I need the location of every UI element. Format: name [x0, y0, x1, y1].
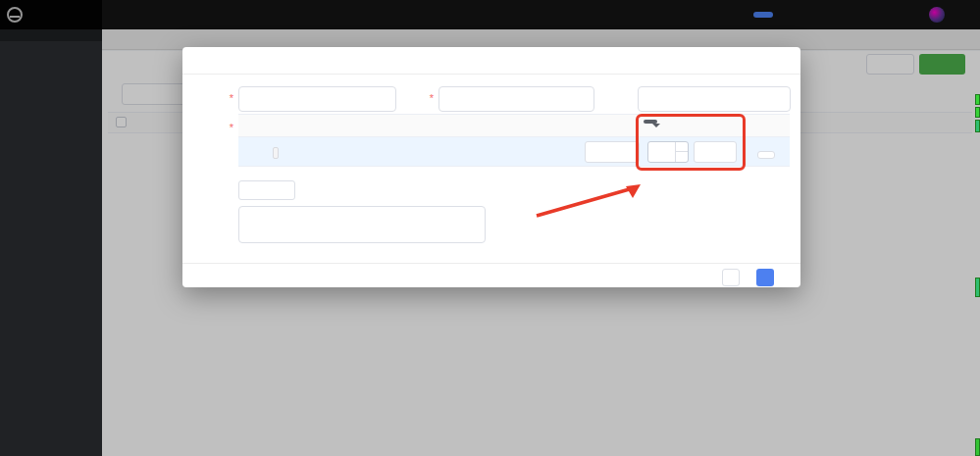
remark-textarea[interactable]: [238, 206, 486, 243]
annotation-highlight-box: [636, 114, 746, 171]
scroll-marker: [975, 107, 980, 118]
app-root: [0, 0, 980, 456]
scroll-marker: [975, 94, 980, 105]
chevron-down-icon: [576, 94, 586, 104]
partner-select[interactable]: [638, 86, 791, 112]
cancel-button[interactable]: [722, 269, 740, 286]
inbound-dress-label: [182, 122, 235, 133]
delete-row-button[interactable]: [757, 151, 775, 159]
store-label: [182, 92, 235, 104]
divider: [182, 74, 800, 75]
dress-cell: [270, 146, 350, 158]
chevron-down-icon: [772, 94, 782, 104]
add-row-button[interactable]: [238, 180, 295, 200]
row-actions: [743, 145, 790, 159]
scroll-marker: [975, 278, 980, 297]
confirm-button[interactable]: [756, 269, 774, 286]
handler-select[interactable]: [438, 86, 594, 112]
scroll-marker: [975, 120, 980, 132]
store-select[interactable]: [238, 86, 396, 112]
vip-tag: [273, 147, 279, 159]
price-input[interactable]: [585, 141, 640, 163]
handler-label: [383, 92, 436, 104]
annotation-arrow: [525, 173, 652, 222]
scroll-marker: [975, 438, 980, 456]
divider: [182, 263, 800, 264]
